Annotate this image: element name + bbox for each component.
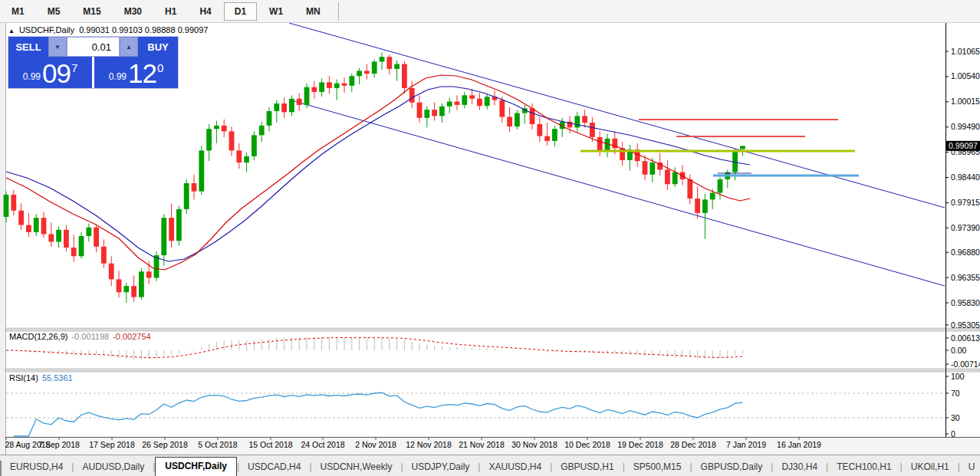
volume-increase-button[interactable]: ▲ — [120, 37, 138, 57]
timeframe-button-MN[interactable]: MN — [295, 2, 331, 21]
timeframe-button-D1[interactable]: D1 — [224, 2, 257, 21]
timeframe-buttons: M1M5M15M30H1H4D1W1MN — [0, 2, 332, 21]
candle-body — [507, 117, 512, 127]
candle-body — [530, 108, 535, 124]
candle-body — [56, 230, 61, 242]
macd-main-value: -0.001198 — [71, 332, 109, 341]
date-tick-label: 30 Nov 2018 — [511, 440, 557, 449]
candle-body — [710, 193, 715, 200]
candle-body — [718, 179, 723, 193]
chart-tab-bar: EURUSD,H4|AUDUSD,Daily|USDCHF,Daily|USDC… — [0, 455, 980, 476]
price-tick-label: 0.99490 — [951, 122, 980, 131]
candle-body — [222, 126, 227, 132]
candle-body — [176, 209, 182, 241]
candle-body — [386, 57, 392, 69]
candle-body — [161, 218, 166, 255]
candle-body — [409, 88, 415, 103]
candle-body — [252, 135, 257, 156]
date-tick-label: 7 Sep 2018 — [38, 440, 80, 449]
candle-body — [349, 76, 354, 86]
candle-body — [236, 150, 242, 162]
timeframe-button-H1[interactable]: H1 — [154, 2, 187, 21]
date-tick-label: 16 Jan 2019 — [777, 440, 821, 449]
chart-tab-TECH100-H1[interactable]: TECH100,H1 — [828, 458, 899, 476]
timeframe-button-M1[interactable]: M1 — [1, 2, 35, 21]
timeframe-button-M15[interactable]: M15 — [72, 2, 111, 21]
sell-price-pip: 7 — [71, 61, 77, 74]
macd-tick-label: 0.00 — [951, 346, 967, 355]
candle-body — [552, 129, 557, 141]
chart-tab-USDCHF-Daily[interactable]: USDCHF,Daily — [155, 457, 237, 476]
chart-tab-DJ30-H4[interactable]: DJ30,H4 — [773, 458, 826, 476]
price-tick-label: 0.97915 — [951, 198, 980, 207]
timeframe-button-W1[interactable]: W1 — [258, 2, 294, 21]
candle-body — [289, 99, 294, 113]
collapse-panel-arrow-icon[interactable]: ▲ — [8, 28, 15, 34]
buy-price-small: 0.99 — [109, 71, 127, 82]
buy-price-pip: 0 — [157, 61, 163, 74]
chart-tab-AUDUSD-Daily[interactable]: AUDUSD,Daily — [74, 458, 153, 476]
chart-tab-U[interactable]: U — [960, 458, 980, 476]
candle-body — [146, 271, 152, 277]
timeframe-button-M5[interactable]: M5 — [37, 2, 71, 21]
price-tick-label: 0.96880 — [951, 248, 980, 257]
candle-body — [86, 228, 91, 236]
chart-symbol-label: USDCHF,Daily — [19, 25, 74, 34]
chart-tab-EURUSD-H4[interactable]: EURUSD,H4 — [2, 458, 71, 476]
chart-tab-GBPUSD-H1[interactable]: GBPUSD,H1 — [552, 458, 622, 476]
candle-body — [417, 103, 423, 118]
candle-body — [462, 95, 467, 105]
chart-tab-SP500-M15[interactable]: SP500,M15 — [625, 458, 690, 476]
candle-body — [574, 116, 580, 127]
date-tick-label: 26 Sep 2018 — [142, 440, 188, 449]
buy-price-button[interactable]: 0.99 12 0 — [94, 57, 178, 88]
panel-splitter-rsi[interactable] — [5, 369, 980, 372]
date-tick-label: 28 Dec 2018 — [670, 440, 716, 449]
candle-body — [477, 99, 482, 106]
timeframe-button-M30[interactable]: M30 — [113, 2, 153, 21]
candle-body — [281, 103, 287, 112]
chart-tab-XAUUSD-H4[interactable]: XAUUSD,H4 — [480, 458, 550, 476]
sell-button[interactable]: SELL — [8, 37, 48, 57]
rsi-tick-label: 30 — [951, 413, 960, 422]
chart-tab-USDCAD-H4[interactable]: USDCAD,H4 — [239, 458, 309, 476]
candle-body — [259, 126, 265, 136]
date-tick-label: 12 Nov 2018 — [406, 440, 452, 449]
candle-body — [244, 156, 249, 162]
volume-decrease-button[interactable]: ▼ — [48, 37, 67, 57]
date-axis: 28 Aug 20187 Sep 201817 Sep 201826 Sep 2… — [5, 438, 822, 449]
candle-body — [447, 101, 452, 106]
volume-input[interactable]: 0.01 — [67, 37, 120, 57]
candle-body — [499, 100, 505, 117]
candle-body — [402, 64, 407, 88]
date-tick-label: 7 Jan 2019 — [726, 440, 766, 449]
macd-signal-value: -0.002754 — [113, 332, 151, 341]
price-tick-label: 1.01065 — [951, 47, 980, 56]
candle-body — [695, 199, 700, 213]
toolbar-separator — [338, 2, 339, 21]
chart-tab-UKOil-H1[interactable]: UKOil,H1 — [903, 458, 958, 476]
rsi-tick-label: 70 — [951, 389, 960, 398]
candle-body — [469, 95, 475, 98]
timeframe-button-H4[interactable]: H4 — [189, 2, 222, 21]
candle-body — [139, 271, 144, 297]
one-click-trading-panel: SELL ▼ 0.01 ▲ BUY 0.99 09 7 0.99 12 0 — [8, 36, 179, 89]
candle-body — [364, 71, 370, 74]
price-tick-label: 0.96355 — [951, 273, 980, 282]
candle-body — [48, 234, 54, 241]
price-tick-label: 0.95830 — [951, 298, 980, 307]
candle-body — [515, 113, 520, 127]
panel-splitter-macd[interactable] — [5, 328, 980, 331]
candle-body — [342, 84, 347, 86]
chart-tab-USDJPY-Daily[interactable]: USDJPY,Daily — [403, 458, 478, 476]
candle-body — [357, 71, 362, 76]
sell-price-button[interactable]: 0.99 09 7 — [8, 57, 92, 88]
candle-body — [597, 137, 603, 151]
candle-body — [537, 124, 542, 136]
chart-tab-GBPUSD-Daily[interactable]: GBPUSD,Daily — [692, 458, 771, 476]
candle-body — [455, 101, 460, 104]
candle-body — [199, 150, 204, 191]
buy-button[interactable]: BUY — [138, 37, 178, 57]
price-tick-label: 1.00015 — [951, 97, 980, 106]
chart-tab-USDCNH-Weekly[interactable]: USDCNH,Weekly — [312, 458, 401, 476]
